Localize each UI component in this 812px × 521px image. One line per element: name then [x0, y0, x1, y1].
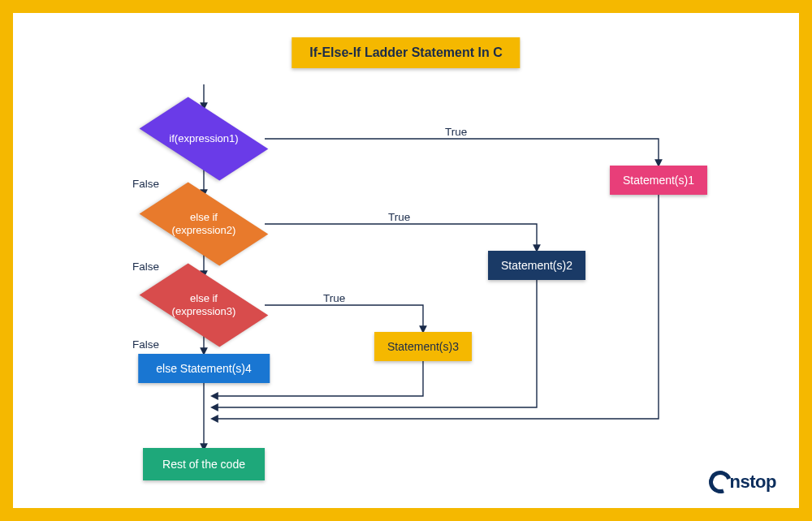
decision-expression2: else if(expression2)	[158, 196, 251, 252]
decision-expression1: if(expression1)	[158, 110, 251, 167]
statement-else: else Statement(s)4	[138, 354, 270, 383]
edge-true-3: True	[322, 292, 347, 304]
decision-expression1-label: if(expression1)	[169, 132, 238, 145]
decision-expression3: else if(expression3)	[158, 277, 251, 334]
unstop-logo-text: nstop	[730, 471, 776, 493]
edge-true-2: True	[387, 211, 412, 223]
statement-1: Statement(s)1	[610, 166, 707, 195]
edge-false-2: False	[131, 260, 161, 273]
edge-false-3: False	[131, 338, 161, 351]
statement-3: Statement(s)3	[374, 332, 472, 361]
edge-true-1: True	[443, 126, 469, 138]
diagram-canvas: If-Else-If Ladder Statement In C	[13, 13, 799, 508]
rest-of-code: Rest of the code	[143, 448, 265, 480]
outer-frame: If-Else-If Ladder Statement In C	[0, 0, 812, 521]
decision-expression3-label: else if(expression3)	[172, 292, 236, 319]
statement-2: Statement(s)2	[488, 251, 585, 280]
decision-expression2-label: else if(expression2)	[172, 211, 236, 238]
edge-false-1: False	[131, 178, 161, 190]
unstop-logo: nstop	[709, 471, 776, 493]
diagram-title: If-Else-If Ladder Statement In C	[292, 37, 520, 68]
